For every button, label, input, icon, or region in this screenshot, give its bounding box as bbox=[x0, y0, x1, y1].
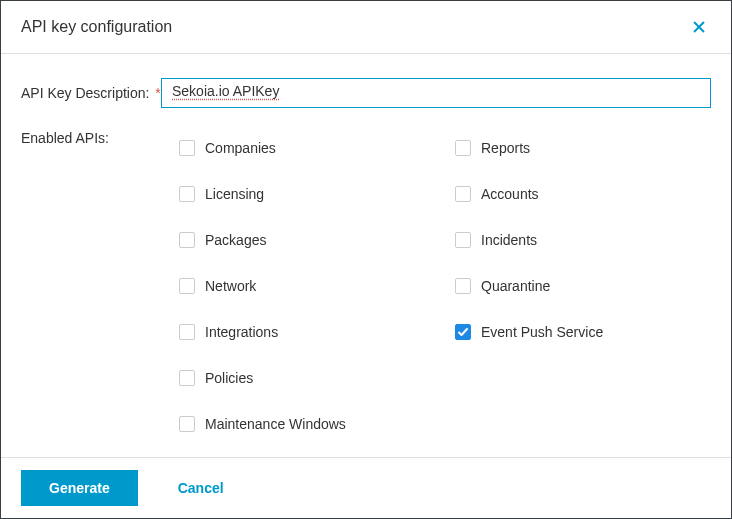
checkbox-row-network[interactable]: Network bbox=[179, 278, 435, 294]
api-column-left: CompaniesLicensingPackagesNetworkIntegra… bbox=[179, 140, 435, 432]
checkbox-accounts[interactable] bbox=[455, 186, 471, 202]
dialog-title: API key configuration bbox=[21, 18, 172, 36]
check-icon bbox=[457, 326, 469, 338]
checkbox-row-incidents[interactable]: Incidents bbox=[455, 232, 711, 248]
description-label: API Key Description: * bbox=[21, 85, 161, 101]
apis-columns: CompaniesLicensingPackagesNetworkIntegra… bbox=[179, 140, 711, 432]
enabled-apis-row: Enabled APIs: CompaniesLicensingPackages… bbox=[21, 128, 711, 432]
checkbox-row-licensing[interactable]: Licensing bbox=[179, 186, 435, 202]
checkbox-quarantine[interactable] bbox=[455, 278, 471, 294]
description-input-value: Sekoia.io APIKey bbox=[172, 83, 279, 99]
checkbox-integrations[interactable] bbox=[179, 324, 195, 340]
checkbox-licensing[interactable] bbox=[179, 186, 195, 202]
api-column-right: ReportsAccountsIncidentsQuarantineEvent … bbox=[455, 140, 711, 432]
apis-grid: CompaniesLicensingPackagesNetworkIntegra… bbox=[161, 128, 711, 432]
checkbox-reports[interactable] bbox=[455, 140, 471, 156]
checkbox-row-integrations[interactable]: Integrations bbox=[179, 324, 435, 340]
checkbox-event-push-service[interactable] bbox=[455, 324, 471, 340]
checkbox-policies[interactable] bbox=[179, 370, 195, 386]
checkbox-label-reports: Reports bbox=[481, 140, 530, 156]
checkbox-label-companies: Companies bbox=[205, 140, 276, 156]
checkbox-companies[interactable] bbox=[179, 140, 195, 156]
cancel-button[interactable]: Cancel bbox=[178, 470, 224, 506]
dialog-header: API key configuration bbox=[1, 1, 731, 54]
checkbox-row-maintenance-windows[interactable]: Maintenance Windows bbox=[179, 416, 435, 432]
checkbox-network[interactable] bbox=[179, 278, 195, 294]
required-asterisk: * bbox=[155, 85, 160, 101]
checkbox-label-integrations: Integrations bbox=[205, 324, 278, 340]
description-input[interactable]: Sekoia.io APIKey bbox=[161, 78, 711, 108]
checkbox-row-policies[interactable]: Policies bbox=[179, 370, 435, 386]
checkbox-row-quarantine[interactable]: Quarantine bbox=[455, 278, 711, 294]
close-icon bbox=[691, 19, 707, 35]
checkbox-incidents[interactable] bbox=[455, 232, 471, 248]
checkbox-label-event-push-service: Event Push Service bbox=[481, 324, 603, 340]
checkbox-label-maintenance-windows: Maintenance Windows bbox=[205, 416, 346, 432]
checkbox-label-incidents: Incidents bbox=[481, 232, 537, 248]
dialog-footer: Generate Cancel bbox=[1, 457, 731, 518]
checkbox-label-packages: Packages bbox=[205, 232, 266, 248]
close-button[interactable] bbox=[687, 15, 711, 39]
dialog-body: API Key Description: * Sekoia.io APIKey … bbox=[1, 54, 731, 457]
checkbox-maintenance-windows[interactable] bbox=[179, 416, 195, 432]
checkbox-label-licensing: Licensing bbox=[205, 186, 264, 202]
checkbox-packages[interactable] bbox=[179, 232, 195, 248]
generate-button[interactable]: Generate bbox=[21, 470, 138, 506]
checkbox-label-quarantine: Quarantine bbox=[481, 278, 550, 294]
checkbox-row-accounts[interactable]: Accounts bbox=[455, 186, 711, 202]
checkbox-label-accounts: Accounts bbox=[481, 186, 539, 202]
checkbox-row-companies[interactable]: Companies bbox=[179, 140, 435, 156]
checkbox-row-packages[interactable]: Packages bbox=[179, 232, 435, 248]
checkbox-label-policies: Policies bbox=[205, 370, 253, 386]
checkbox-row-reports[interactable]: Reports bbox=[455, 140, 711, 156]
checkbox-row-event-push-service[interactable]: Event Push Service bbox=[455, 324, 711, 340]
description-label-text: API Key Description: bbox=[21, 85, 149, 101]
enabled-apis-label: Enabled APIs: bbox=[21, 128, 161, 146]
description-row: API Key Description: * Sekoia.io APIKey bbox=[21, 78, 711, 108]
checkbox-label-network: Network bbox=[205, 278, 256, 294]
